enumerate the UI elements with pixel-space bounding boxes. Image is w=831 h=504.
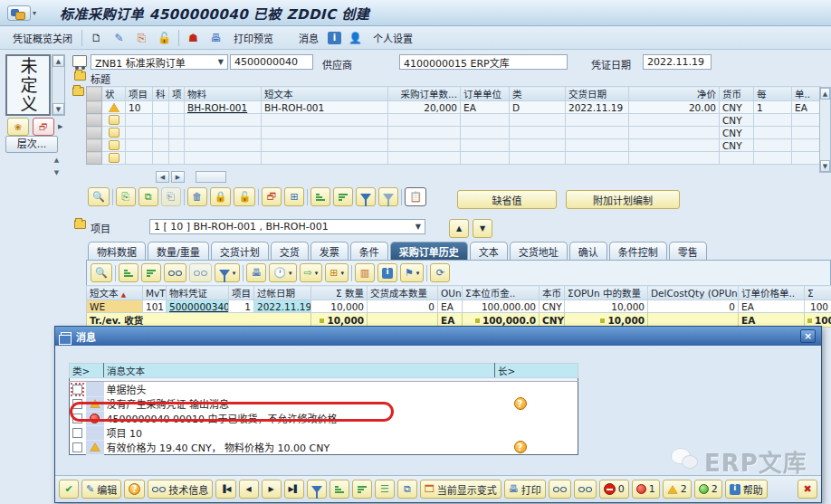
col-currency[interactable]: 货币	[720, 87, 754, 101]
hcol-amount-lc[interactable]: Σ本位币金..	[463, 286, 540, 300]
scrollbar-thumb[interactable]	[196, 171, 226, 183]
collapse-down-icon[interactable]: ▼	[51, 168, 62, 179]
col-price-unit[interactable]: 单..	[792, 87, 821, 101]
compare-windows-button[interactable]: 🗗	[33, 118, 54, 136]
filter-button[interactable]	[307, 480, 327, 499]
doc-date-field[interactable]: 2022.11.19	[643, 54, 712, 70]
lock-button[interactable]: 🔒	[210, 187, 232, 206]
filter-button[interactable]	[356, 187, 376, 206]
tab-delivery-address[interactable]: 交货地址	[510, 242, 568, 261]
row-selector[interactable]	[87, 101, 102, 114]
tab-qty-weight[interactable]: 数量/重量	[148, 242, 209, 261]
message-text-error[interactable]: 4500000040 00010 由于已收货，不允许修改价格	[104, 411, 495, 425]
message-checkbox[interactable]	[70, 440, 86, 455]
duplicate-view-button[interactable]: 🗗	[262, 187, 282, 206]
expand-right-icon[interactable]: ▶	[58, 123, 62, 130]
row-selector[interactable]	[87, 127, 102, 139]
hist-sort-desc-button[interactable]	[141, 263, 161, 282]
hist-item-cell[interactable]: 1	[229, 300, 254, 313]
copy-icon[interactable]: ⎘	[133, 30, 150, 46]
col-material[interactable]: 物料	[185, 87, 262, 101]
list-button[interactable]: ☰	[375, 480, 395, 499]
paste-row-button[interactable]: ⎗	[161, 187, 181, 206]
col-acct-assign[interactable]: 科	[153, 87, 169, 101]
first-page-button[interactable]: ▐◀	[215, 480, 235, 499]
sort-asc-button[interactable]	[330, 480, 349, 499]
next-item-button[interactable]: ▼	[473, 219, 492, 238]
help-button[interactable]: i帮助	[725, 480, 768, 499]
hist-views-button[interactable]: ⚑▾	[400, 263, 424, 282]
col-short-text[interactable]: 短文本	[262, 87, 388, 101]
dialog-titlebar[interactable]: 消息 ×	[55, 327, 821, 346]
hcol-delivery-cost-qty[interactable]: 交货成本数量	[368, 286, 438, 300]
currency-cell[interactable]: CNY	[720, 101, 754, 114]
price-unit-cell[interactable]: EA	[792, 101, 821, 114]
hist-sort-asc-button[interactable]	[119, 263, 138, 282]
success-count-button[interactable]: 2	[694, 480, 722, 499]
hist-find-button[interactable]	[164, 263, 186, 282]
hist-delcostqty-cell[interactable]: 0	[648, 300, 739, 313]
vendor-field[interactable]: 4100000015 ERP文库	[399, 54, 568, 70]
hcol-short-text[interactable]: 短文本 ▲	[87, 286, 143, 300]
print-preview-icon[interactable]: 🖶	[207, 30, 224, 46]
tab-delivery[interactable]: 交货	[271, 242, 309, 261]
hist-delcost-cell[interactable]: 0	[368, 300, 438, 313]
message-row-error[interactable]: 4500000040 00010 由于已收货，不允许修改价格	[70, 411, 578, 425]
transaction-icon[interactable]	[7, 5, 31, 21]
hierarchy-button[interactable]: 层次...	[5, 136, 58, 153]
category-cell[interactable]: D	[510, 101, 566, 114]
delivery-date-cell[interactable]: 2022.11.19	[566, 101, 629, 114]
message-text[interactable]: 项目 10	[104, 425, 495, 440]
additional-planning-button[interactable]: 附加计划编制	[566, 190, 680, 209]
scroll-down-icon[interactable]: ▼	[53, 103, 64, 115]
hist-refresh-button[interactable]: ⟳	[430, 263, 450, 282]
previous-item-button[interactable]: ▲	[449, 219, 469, 238]
item-row[interactable]: 10 BH-ROH-001 BH-ROH-001 20,000 EA D 202…	[87, 101, 821, 114]
tab-material-data[interactable]: 物料数据	[88, 242, 146, 261]
info-icon[interactable]: i	[328, 32, 341, 44]
hist-qty-opun-cell[interactable]: 10,000	[565, 300, 648, 313]
message-checkbox[interactable]	[70, 396, 86, 411]
delete-button[interactable]: 🗑	[187, 187, 207, 206]
hist-filter-button[interactable]: ▾	[215, 263, 241, 282]
messages-button[interactable]: 消息	[295, 29, 322, 47]
header-section-label[interactable]: 标题	[91, 71, 110, 86]
col-status[interactable]: 状	[102, 87, 126, 101]
collapse-up-icon[interactable]: ▲	[51, 156, 62, 166]
hist-mvt-cell[interactable]: 101	[143, 300, 167, 313]
help-icon[interactable]: ?	[495, 440, 578, 455]
search-button[interactable]: 🔍	[88, 187, 110, 206]
default-values-button[interactable]: 缺省值	[457, 190, 557, 209]
status-button[interactable]	[102, 127, 126, 139]
other-document-icon[interactable]: ✎	[110, 30, 128, 46]
status-button[interactable]	[102, 152, 126, 165]
hist-export-button[interactable]: ⇨▾	[300, 263, 323, 282]
hcol-sum[interactable]: Σ	[805, 286, 831, 300]
tab-texts[interactable]: 文本	[470, 242, 508, 261]
col-order-unit[interactable]: 订单单位	[461, 87, 510, 101]
hist-curr-cell[interactable]: CNY	[540, 300, 565, 313]
unit-cell[interactable]: EA	[461, 101, 510, 114]
unlock-button[interactable]: 🔓	[234, 187, 255, 206]
hist-qty-cell[interactable]: 10,000	[311, 300, 368, 313]
item-select-combo[interactable]: 1 [ 10 ] BH-ROH-001 , BH-ROH-001 ▼	[149, 219, 425, 234]
new-document-icon[interactable]: 🗋	[88, 30, 105, 46]
tab-condition-control[interactable]: 条件控制	[609, 242, 667, 261]
col-po-qty[interactable]: 采购订单数...	[388, 87, 461, 101]
hcol-delcostqty[interactable]: DelCostQty (OPUn)	[648, 286, 739, 300]
col-item-cat[interactable]: 项	[169, 87, 185, 101]
message-checkbox[interactable]	[70, 425, 86, 440]
hist-find-next-button[interactable]	[189, 263, 212, 282]
col-item[interactable]: 项目	[126, 87, 153, 101]
hist-oun-cell[interactable]: EA	[438, 300, 463, 313]
find-button[interactable]	[549, 480, 571, 499]
titlebar-dropdown-icon[interactable]: ▾	[33, 9, 36, 17]
currency-cell[interactable]: CNY	[720, 114, 754, 127]
tab-retail[interactable]: 零售	[669, 242, 707, 261]
history-row[interactable]: WE 101 5000000340 1 2022.11.19 10,000 0 …	[87, 300, 831, 313]
hcol-qty[interactable]: Σ 数量	[311, 286, 368, 300]
sidebar-scrollbar[interactable]: ▲ ▼	[52, 54, 65, 116]
hist-chart-button[interactable]: ▥	[355, 263, 375, 282]
confirm-button[interactable]: ✔	[59, 480, 79, 499]
tab-po-history[interactable]: 采购订单历史	[390, 242, 468, 261]
